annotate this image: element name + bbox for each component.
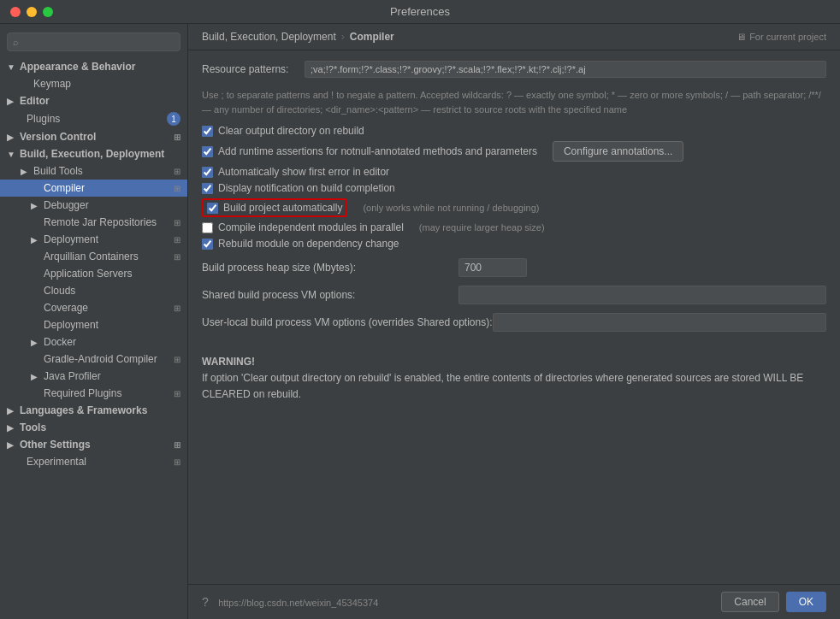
preferences-window: Preferences ⌕ ▼ Appearance & Behavior Ke… xyxy=(0,0,840,619)
sidebar-item-version-control[interactable]: ▶ Version Control ⊞ xyxy=(0,128,187,145)
coverage-ext-icon: ⊞ xyxy=(174,304,180,313)
sidebar-item-remote-jar[interactable]: Remote Jar Repositories ⊞ xyxy=(0,214,187,231)
minimize-button[interactable] xyxy=(27,7,37,17)
sidebar-item-coverage[interactable]: Coverage ⊞ xyxy=(0,299,187,316)
search-input[interactable] xyxy=(22,36,175,48)
sidebar-item-languages[interactable]: ▶ Languages & Frameworks xyxy=(0,402,187,419)
maximize-button[interactable] xyxy=(43,7,53,17)
user-vm-row: User-local build process VM options (ove… xyxy=(202,313,826,332)
sidebar-item-editor[interactable]: ▶ Editor xyxy=(0,92,187,109)
sidebar-item-deployment[interactable]: ▶ Deployment ⊞ xyxy=(0,231,187,248)
heap-input[interactable] xyxy=(458,258,527,277)
footer-left: ? https://blog.csdn.net/weixin_45345374 xyxy=(202,595,378,609)
user-vm-input[interactable] xyxy=(493,313,827,332)
main-content: ⌕ ▼ Appearance & Behavior Keymap ▶ Edito… xyxy=(0,24,840,619)
experimental-ext-icon: ⊞ xyxy=(174,457,180,467)
show-first-error-checkbox[interactable] xyxy=(202,167,213,178)
sidebar-item-debugger[interactable]: ▶ Debugger xyxy=(0,197,187,214)
resource-patterns-row: Resource patterns: xyxy=(202,61,826,78)
compile-parallel-checkbox[interactable] xyxy=(202,222,213,233)
ok-button[interactable]: OK xyxy=(786,592,826,612)
sidebar-item-experimental[interactable]: Experimental ⊞ xyxy=(0,453,187,470)
user-vm-label: User-local build process VM options (ove… xyxy=(202,316,493,328)
panel-header: Build, Execution, Deployment › Compiler … xyxy=(188,24,840,50)
display-notification-row: Display notification on build completion xyxy=(202,182,826,194)
rebuild-module-label: Rebuild module on dependency change xyxy=(218,238,399,250)
rebuild-module-checkbox[interactable] xyxy=(202,239,213,250)
for-project-label: For current project xyxy=(749,32,826,42)
build-auto-checkbox[interactable] xyxy=(207,203,218,214)
breadcrumb-separator: › xyxy=(341,31,345,43)
sidebar-item-clouds[interactable]: Clouds xyxy=(0,282,187,299)
sidebar-item-gradle-android[interactable]: Gradle-Android Compiler ⊞ xyxy=(0,351,187,368)
build-auto-row: Build project automatically (only works … xyxy=(202,198,826,217)
compiler-ext-icon: ⊞ xyxy=(174,184,180,193)
sidebar-item-required-plugins[interactable]: Required Plugins ⊞ xyxy=(0,385,187,402)
search-icon: ⌕ xyxy=(13,37,19,47)
gradle-android-ext-icon: ⊞ xyxy=(174,355,180,364)
clear-output-label: Clear output directory on rebuild xyxy=(218,125,364,137)
warning-title: WARNING! xyxy=(202,354,826,370)
sidebar-item-keymap[interactable]: Keymap xyxy=(0,75,187,92)
window-title: Preferences xyxy=(390,5,450,18)
sidebar-item-build-tools[interactable]: ▶ Build Tools ⊞ xyxy=(0,162,187,180)
version-control-ext-icon: ⊞ xyxy=(174,133,180,142)
shared-vm-input[interactable] xyxy=(458,286,826,304)
footer-buttons: Cancel OK xyxy=(721,592,826,612)
hint-text: Use ; to separate patterns and ! to nega… xyxy=(202,88,826,116)
warning-box: WARNING! If option 'Clear output directo… xyxy=(202,345,826,409)
clear-output-checkbox[interactable] xyxy=(202,126,213,137)
cancel-button[interactable]: Cancel xyxy=(721,592,778,612)
sidebar-item-tools[interactable]: ▶ Tools xyxy=(0,419,187,436)
build-tools-ext-icon: ⊞ xyxy=(174,167,180,176)
compile-parallel-row: Compile independent modules in parallel … xyxy=(202,221,826,233)
footer-link[interactable]: https://blog.csdn.net/weixin_45345374 xyxy=(218,598,378,608)
sidebar-item-docker[interactable]: ▶ Docker xyxy=(0,333,187,351)
build-auto-highlighted: Build project automatically xyxy=(202,198,347,217)
search-box[interactable]: ⌕ xyxy=(7,32,180,51)
sidebar-item-arquillian[interactable]: Arquillian Containers ⊞ xyxy=(0,248,187,265)
sidebar-item-build-execution[interactable]: ▼ Build, Execution, Deployment xyxy=(0,145,187,162)
build-auto-label: Build project automatically xyxy=(223,202,342,214)
title-bar: Preferences xyxy=(0,0,840,24)
heap-size-row: Build process heap size (Mbytes): xyxy=(202,258,826,277)
sidebar: ⌕ ▼ Appearance & Behavior Keymap ▶ Edito… xyxy=(0,24,188,619)
show-first-error-label: Automatically show first error in editor xyxy=(218,166,389,178)
for-project: 🖥 For current project xyxy=(736,32,826,42)
display-notification-checkbox[interactable] xyxy=(202,183,213,194)
sidebar-item-deployment2[interactable]: Deployment xyxy=(0,316,187,333)
sidebar-item-plugins[interactable]: Plugins 1 xyxy=(0,109,187,128)
breadcrumb-build: Build, Execution, Deployment xyxy=(202,31,336,43)
sidebar-item-compiler[interactable]: Compiler ⊞ xyxy=(0,180,187,197)
sidebar-item-other-settings[interactable]: ▶ Other Settings ⊞ xyxy=(0,436,187,453)
display-notification-label: Display notification on build completion xyxy=(218,182,395,194)
breadcrumb-current: Compiler xyxy=(350,31,394,43)
close-button[interactable] xyxy=(10,7,21,17)
sidebar-item-appearance[interactable]: ▼ Appearance & Behavior xyxy=(0,58,187,75)
clear-output-row: Clear output directory on rebuild xyxy=(202,125,826,137)
shared-vm-label: Shared build process VM options: xyxy=(202,289,458,301)
required-plugins-ext-icon: ⊞ xyxy=(174,389,180,398)
window-controls xyxy=(10,7,53,17)
shared-vm-row: Shared build process VM options: xyxy=(202,286,826,304)
add-runtime-row: Add runtime assertions for notnull-annot… xyxy=(202,141,826,162)
configure-annotations-button[interactable]: Configure annotations... xyxy=(553,141,683,162)
add-runtime-checkbox[interactable] xyxy=(202,146,213,157)
rebuild-module-row: Rebuild module on dependency change xyxy=(202,238,826,250)
deployment-ext-icon: ⊞ xyxy=(174,235,180,245)
right-panel: Build, Execution, Deployment › Compiler … xyxy=(188,24,840,619)
sidebar-item-app-servers[interactable]: Application Servers xyxy=(0,265,187,282)
other-settings-ext-icon: ⊞ xyxy=(174,440,180,450)
sidebar-item-java-profiler[interactable]: ▶ Java Profiler xyxy=(0,368,187,385)
help-icon[interactable]: ? xyxy=(202,595,209,609)
compile-parallel-label: Compile independent modules in parallel xyxy=(218,221,404,233)
for-project-icon: 🖥 xyxy=(736,32,746,42)
build-auto-note: (only works while not running / debuggin… xyxy=(363,203,539,213)
arquillian-ext-icon: ⊞ xyxy=(174,252,180,262)
compile-parallel-note: (may require larger heap size) xyxy=(419,222,545,233)
remote-jar-ext-icon: ⊞ xyxy=(174,218,180,227)
plugins-badge: 1 xyxy=(167,112,180,126)
resource-label: Resource patterns: xyxy=(202,63,305,75)
resource-input[interactable] xyxy=(305,61,826,78)
show-first-error-row: Automatically show first error in editor xyxy=(202,166,826,178)
